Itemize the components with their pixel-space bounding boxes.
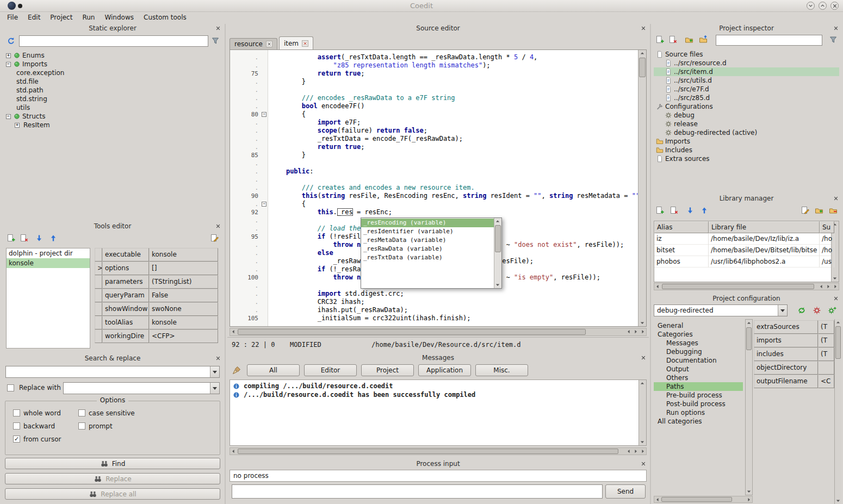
- completion-item-resencoding-variable[interactable]: _resEncoding (variable): [361, 219, 494, 227]
- close-panel-icon[interactable]: [640, 461, 647, 467]
- config-property-value[interactable]: (T: [818, 320, 834, 334]
- splitter-left[interactable]: [225, 24, 226, 504]
- fold-marker[interactable]: −: [262, 112, 266, 117]
- close-panel-icon[interactable]: [215, 355, 221, 362]
- scroll-down-icon[interactable]: [832, 275, 838, 282]
- checkbox-icon[interactable]: [13, 422, 20, 430]
- scroll-thumb[interactable]: [639, 58, 646, 77]
- static-explorer-item-utils[interactable]: utils: [4, 103, 221, 112]
- property-value[interactable]: (TStringList): [149, 275, 218, 289]
- filter-icon[interactable]: [209, 35, 221, 47]
- property-value[interactable]: <CFP>: [149, 329, 218, 343]
- messages-vertical-scrollbar[interactable]: [639, 380, 646, 445]
- remove-source-icon[interactable]: [667, 34, 679, 46]
- library-column-alias[interactable]: Alias: [654, 221, 709, 233]
- close-button[interactable]: [830, 2, 839, 10]
- static-explorer-item-std-file[interactable]: std.file: [4, 77, 221, 86]
- scroll-left-icon[interactable]: [654, 283, 661, 290]
- inspector-item-debug-redirected-active[interactable]: debug-redirected (active): [654, 128, 839, 137]
- replace-all-button[interactable]: Replace all: [5, 488, 220, 500]
- add-library-icon[interactable]: [654, 204, 666, 216]
- editor-vertical-scrollbar[interactable]: [638, 50, 646, 326]
- config-category-output[interactable]: Output: [654, 365, 743, 374]
- code-line[interactable]: {: [270, 110, 638, 119]
- static-explorer-item-std-path[interactable]: std.path: [4, 86, 221, 95]
- scroll-left-icon[interactable]: [625, 448, 632, 455]
- menu-file[interactable]: File: [2, 13, 23, 22]
- code-line[interactable]: }: [270, 78, 638, 86]
- scroll-thumb[interactable]: [238, 449, 618, 454]
- code-line[interactable]: [270, 159, 638, 167]
- inspector-item-extra-sources[interactable]: Extra sources: [654, 154, 839, 163]
- combo-dropdown-icon[interactable]: [778, 305, 787, 316]
- option-from-cursor[interactable]: ✓from cursor: [13, 435, 78, 443]
- replace-with-checkbox[interactable]: [7, 384, 14, 391]
- scroll-thumb[interactable]: [238, 329, 586, 335]
- code-line[interactable]: return true;: [270, 70, 638, 78]
- code-line[interactable]: }: [270, 151, 638, 159]
- close-panel-icon[interactable]: [833, 25, 839, 32]
- tool-item-dolphin-project-dir[interactable]: dolphin - project dir: [7, 248, 90, 258]
- completion-item-resrawdata-variable[interactable]: _resRawData (variable): [361, 245, 494, 253]
- completion-item-residentifier-variable[interactable]: _resIdentifier (variable): [361, 227, 494, 236]
- process-input-field[interactable]: [232, 484, 603, 499]
- option-whole-word[interactable]: whole word: [13, 409, 78, 417]
- config-category-documentation[interactable]: Documentation: [654, 356, 743, 365]
- code-line[interactable]: _resTxtData = encode_7F(_resRawData);: [270, 135, 638, 143]
- close-panel-icon[interactable]: [640, 354, 647, 361]
- scroll-left-icon[interactable]: [625, 328, 632, 335]
- inspector-item-src-z85-d[interactable]: ../src/z85.d: [654, 94, 839, 102]
- code-line[interactable]: [270, 86, 638, 94]
- move-up-icon[interactable]: [47, 232, 59, 244]
- code-line[interactable]: /// creates and encodes a new resource i…: [270, 184, 638, 192]
- scroll-right-icon[interactable]: [633, 448, 639, 455]
- library-horizontal-scrollbar[interactable]: [654, 283, 839, 290]
- tab-resource[interactable]: resource: [230, 38, 277, 49]
- library-column-library-file[interactable]: Library file: [709, 221, 820, 233]
- code-line[interactable]: {: [270, 200, 638, 208]
- tab-close-icon[interactable]: [302, 40, 308, 47]
- open-folder-icon[interactable]: [697, 34, 709, 46]
- configuration-select[interactable]: debug-redirected: [654, 304, 788, 316]
- library-row-iz[interactable]: iz/home/basile/Dev/Iz/lib/iz.a/ho: [654, 233, 831, 245]
- tab-item[interactable]: item: [279, 36, 313, 49]
- scroll-right-icon[interactable]: [640, 328, 646, 335]
- expander-icon[interactable]: +: [6, 53, 11, 58]
- scroll-left-icon[interactable]: [818, 283, 825, 290]
- code-line[interactable]: assert(_resTxtData.length == _resRawData…: [270, 53, 638, 61]
- scroll-right-icon[interactable]: [640, 448, 646, 455]
- add-tool-icon[interactable]: [5, 232, 17, 244]
- menu-project[interactable]: Project: [45, 13, 77, 22]
- config-category-post-build-process[interactable]: Post-build process: [654, 400, 743, 408]
- filter-application[interactable]: Application: [418, 364, 471, 376]
- remove-library-icon[interactable]: [668, 204, 680, 216]
- config-category-general[interactable]: General: [654, 321, 743, 330]
- close-panel-icon[interactable]: [833, 195, 839, 202]
- message-row[interactable]: compiling /.../build/resource.d.coedit: [230, 382, 638, 390]
- expander-icon[interactable]: −: [6, 62, 11, 67]
- config-category-debugging[interactable]: Debugging: [654, 347, 743, 356]
- add-folder-icon[interactable]: [683, 34, 695, 46]
- option-prompt[interactable]: prompt: [78, 422, 215, 430]
- scroll-down-icon[interactable]: [494, 282, 501, 288]
- property-value[interactable]: []: [149, 262, 218, 275]
- filter-editor[interactable]: Editor: [304, 364, 357, 376]
- code-line[interactable]: scope(failure) return false;: [270, 127, 638, 135]
- replace-button[interactable]: Replace: [5, 473, 220, 484]
- static-explorer-search-input[interactable]: [19, 35, 208, 47]
- inspector-item-src-e7f-d[interactable]: ../src/e7F.d: [654, 85, 839, 94]
- filter-project[interactable]: Project: [361, 364, 414, 376]
- completion-item-resmetadata-variable[interactable]: _resMetaData (variable): [361, 236, 494, 245]
- code-line[interactable]: CRC32 ihash;: [270, 298, 638, 306]
- edit-tool-icon[interactable]: [208, 232, 220, 244]
- scroll-up-icon[interactable]: [639, 380, 646, 387]
- scroll-up-icon[interactable]: [494, 218, 501, 225]
- scroll-thumb[interactable]: [746, 327, 752, 350]
- option-backward[interactable]: backward: [13, 422, 78, 430]
- scroll-down-icon[interactable]: [639, 439, 646, 445]
- scroll-right-icon[interactable]: [825, 283, 832, 290]
- minimize-button[interactable]: [807, 2, 815, 10]
- clear-messages-icon[interactable]: [231, 364, 243, 376]
- filter-misc[interactable]: Misc.: [475, 364, 528, 376]
- scroll-down-icon[interactable]: [746, 488, 752, 495]
